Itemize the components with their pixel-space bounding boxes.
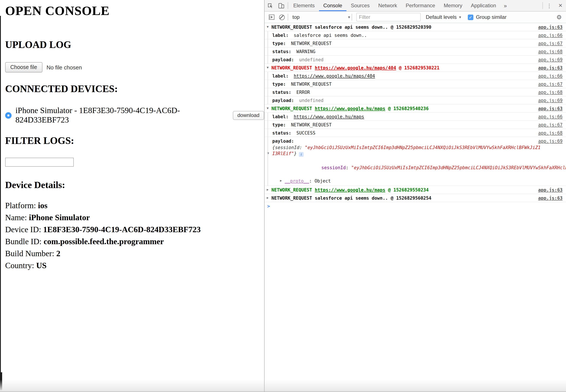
triangle-collapsed-icon[interactable]: ▶ xyxy=(267,186,269,194)
settings-gear-icon[interactable]: ⚙ xyxy=(556,14,562,21)
device-radio-checked[interactable] xyxy=(5,112,12,118)
log-group: ▼ NETWORK_REQUEST salesforce api seems d… xyxy=(264,23,566,64)
log-row: payload:undefined app.js:69 xyxy=(264,96,566,105)
devtools-divider[interactable] xyxy=(264,0,264,392)
triangle-expanded-icon[interactable]: ▼ xyxy=(267,64,269,71)
proto-property[interactable]: ▶ __proto__: Object xyxy=(280,178,566,185)
log-group-header[interactable]: ▼ NETWORK_REQUEST https://www.google.hu/… xyxy=(264,105,566,113)
window-left-edge xyxy=(0,16,1,373)
url-link[interactable]: https://www.google.hu/maps xyxy=(315,187,385,192)
devtools-panel: Elements Console Sources Network Perform… xyxy=(264,0,566,392)
url-link[interactable]: https://www.google.hu/maps/404 xyxy=(315,65,396,70)
triangle-collapsed-icon[interactable]: ▶ xyxy=(267,194,269,202)
source-link[interactable]: app.js:69 xyxy=(535,56,566,63)
source-link[interactable]: app.js:67 xyxy=(535,121,566,128)
log-row: status:WARNING app.js:68 xyxy=(264,48,566,56)
devtools-tabbar: Elements Console Sources Network Perform… xyxy=(264,0,566,12)
log-group-header-collapsed[interactable]: ▶ NETWORK_REQUEST https://www.google.hu/… xyxy=(264,186,566,194)
page-title: OPEN CONSOLE xyxy=(5,3,264,18)
source-link[interactable]: app.js:66 xyxy=(535,72,566,80)
devtools-menu-icon[interactable]: ⋮ xyxy=(544,0,555,11)
toolbar-separator-2 xyxy=(352,14,352,21)
log-row: label:salesforce api seems down.. app.js… xyxy=(264,31,566,39)
log-row: status:SUCCESS app.js:68 xyxy=(264,129,566,137)
chevron-down-icon: ▼ xyxy=(458,15,462,19)
device-label: iPhone Simulator - 1E8F3E30-7590-4C19-AC… xyxy=(15,106,228,125)
log-group-children: label:https://www.google.hu/maps app.js:… xyxy=(264,113,566,186)
log-row: status:ERROR app.js:68 xyxy=(264,88,566,96)
triangle-expanded-icon[interactable]: ▼ xyxy=(267,23,269,31)
object-preview[interactable]: ▼{sessionId: "eyJhbGciOiJSUzUxMiIsImtpZC… xyxy=(272,145,543,157)
log-row: label:https://www.google.hu/maps/404 app… xyxy=(264,72,566,80)
source-link[interactable]: app.js:66 xyxy=(535,31,566,39)
detail-bundle-id: Bundle ID: com.possible.feed.the.program… xyxy=(5,237,264,246)
download-button[interactable]: download xyxy=(232,111,264,120)
detail-build-number: Build Number: 2 xyxy=(5,249,264,258)
device-toolbar-icon[interactable] xyxy=(276,0,287,11)
log-group-children: label:salesforce api seems down.. app.js… xyxy=(264,31,566,64)
filter-logs-input[interactable] xyxy=(5,158,74,167)
log-row: label:https://www.google.hu/maps app.js:… xyxy=(264,113,566,121)
tab-network[interactable]: Network xyxy=(374,0,401,11)
log-group-header[interactable]: ▼ NETWORK_REQUEST https://www.google.hu/… xyxy=(264,64,566,72)
log-levels-select[interactable]: Default levels ▼ xyxy=(426,14,462,20)
filter-logs-heading: FILTER LOGS: xyxy=(5,135,264,147)
source-link[interactable]: app.js:63 xyxy=(535,194,566,202)
source-link[interactable]: app.js:66 xyxy=(535,113,566,120)
file-chosen-status: No file chosen xyxy=(46,64,82,70)
console-sidebar-icon[interactable] xyxy=(266,14,276,20)
log-row: type:NETWORK_REQUEST app.js:67 xyxy=(264,121,566,129)
log-group-header[interactable]: ▼ NETWORK_REQUEST salesforce api seems d… xyxy=(264,23,566,31)
source-link[interactable]: app.js:68 xyxy=(535,48,566,55)
inspect-element-icon[interactable] xyxy=(264,0,276,11)
source-link[interactable]: app.js:63 xyxy=(535,186,566,194)
file-input[interactable]: Choose file No file chosen xyxy=(5,62,264,72)
tab-sources[interactable]: Sources xyxy=(347,0,374,11)
clear-console-icon[interactable] xyxy=(276,14,287,20)
group-similar-checkbox[interactable]: ✓ xyxy=(468,14,473,20)
console-toolbar: top ▼ Default levels ▼ ✓ Group similar ⚙ xyxy=(264,12,566,23)
source-link[interactable]: app.js:69 xyxy=(535,96,566,104)
detail-name: Name: iPhone Simulator xyxy=(5,213,264,222)
chevron-down-icon: ▼ xyxy=(347,15,351,19)
source-link[interactable]: app.js:67 xyxy=(535,80,566,88)
log-row: payload:undefined app.js:69 xyxy=(264,56,566,64)
tab-console[interactable]: Console xyxy=(319,0,347,11)
triangle-expanded-icon[interactable]: ▼ xyxy=(267,150,269,156)
url-link[interactable]: https://www.google.hu/maps/404 xyxy=(294,73,375,78)
tabbar-separator xyxy=(288,2,288,9)
log-row: type:NETWORK_REQUEST app.js:67 xyxy=(264,80,566,88)
tab-elements[interactable]: Elements xyxy=(289,0,319,11)
console-prompt[interactable]: > xyxy=(264,202,566,210)
detail-device-id: Device ID: 1E8F3E30-7590-4C19-AC6D-824D3… xyxy=(5,225,264,234)
source-link[interactable]: app.js:67 xyxy=(535,39,566,47)
source-link[interactable]: app.js:68 xyxy=(535,88,566,96)
source-link[interactable]: app.js:63 xyxy=(535,23,566,31)
tab-performance[interactable]: Performance xyxy=(401,0,439,11)
url-link[interactable]: https://www.google.hu/maps xyxy=(315,106,385,111)
source-link[interactable]: app.js:63 xyxy=(535,105,566,112)
console-filter-input[interactable] xyxy=(356,13,421,21)
frame-context-select[interactable]: top ▼ xyxy=(292,14,351,20)
log-group-header-collapsed[interactable]: ▶ NETWORK_REQUEST salesforce api seems d… xyxy=(264,194,566,202)
detail-country: Country: US xyxy=(5,261,264,270)
console-messages: ▼ NETWORK_REQUEST salesforce api seems d… xyxy=(264,23,566,210)
tab-application[interactable]: Application xyxy=(466,0,500,11)
devtools-close-icon[interactable]: ✕ xyxy=(555,0,566,11)
upload-log-heading: UPLOAD LOG xyxy=(5,39,264,51)
choose-file-button[interactable]: Choose file xyxy=(5,62,42,72)
prompt-chevron-icon: > xyxy=(264,202,270,210)
source-link[interactable]: app.js:63 xyxy=(535,64,566,71)
device-details: Platform: ios Name: iPhone Simulator Dev… xyxy=(5,201,264,270)
source-link[interactable]: app.js:69 xyxy=(535,137,566,145)
tabbar-right-separator xyxy=(542,2,543,9)
log-group: ▼ NETWORK_REQUEST https://www.google.hu/… xyxy=(264,64,566,105)
session-id-property: sessionId: "eyJhbGciOiJSUzUxMiIsImtpZCI6… xyxy=(283,157,566,178)
url-link[interactable]: https://www.google.hu/maps xyxy=(294,114,364,119)
tab-memory[interactable]: Memory xyxy=(439,0,467,11)
more-tabs-icon[interactable]: » xyxy=(500,0,510,11)
triangle-expanded-icon[interactable]: ▼ xyxy=(267,105,269,112)
triangle-collapsed-icon[interactable]: ▶ xyxy=(280,177,282,184)
source-link[interactable]: app.js:68 xyxy=(535,129,566,137)
log-row: payload: app.js:69 xyxy=(264,137,566,145)
